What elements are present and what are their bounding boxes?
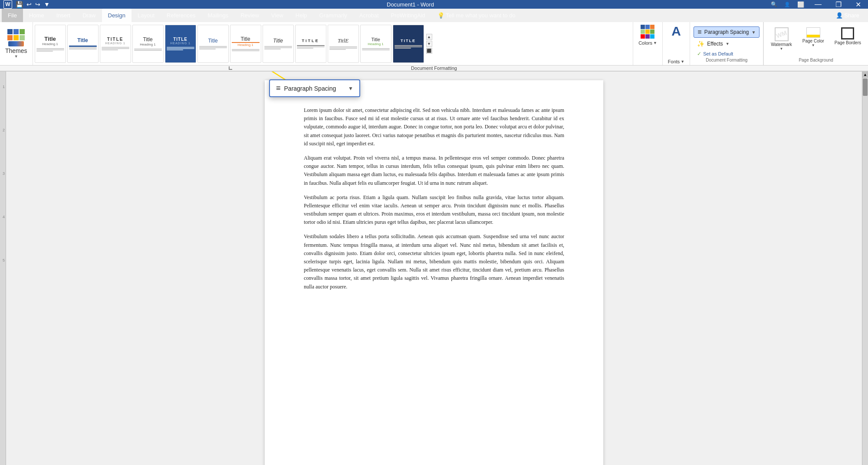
left-margin: 1 2 3 4 5 (0, 72, 6, 465)
themes-group[interactable]: Themes ▼ (0, 22, 33, 65)
tab-review[interactable]: Review (234, 9, 265, 22)
restore-down-icon[interactable]: ⬜ (797, 1, 804, 8)
set-as-default-button[interactable]: ✓ Set as Default (694, 50, 760, 58)
ribbon-content: Themes ▼ Title Heading 1 Title (0, 22, 868, 65)
tab-home[interactable]: Home (23, 9, 50, 22)
scroll-thumb[interactable] (863, 79, 868, 96)
page-borders-button[interactable]: Page Borders (831, 26, 865, 47)
right-scrollbar[interactable]: ▲ ▼ (862, 72, 868, 465)
restore-btn[interactable]: ❐ (832, 0, 845, 9)
scroll-up-arrow[interactable]: ▲ (426, 34, 432, 40)
styles-gallery: Title Heading 1 Title TITLE (33, 22, 634, 65)
style-thumb-6[interactable]: Title (197, 25, 229, 63)
tab-insert[interactable]: Insert (50, 9, 77, 22)
style-thumb-12[interactable]: TITLE (393, 25, 424, 63)
more-icon[interactable]: ▼ (44, 1, 50, 8)
watermark-button[interactable]: WM Watermark ▼ (767, 26, 796, 52)
margin-num-2: 2 (3, 128, 5, 132)
style-thumb-9[interactable]: TITLE (295, 25, 326, 63)
fonts-label-row: Fonts ▼ (668, 59, 684, 64)
title-bar: W 💾 ↩ ↪ ▼ Document1 - Word 🔍 👤 ⬜ — ❐ ✕ (0, 0, 868, 9)
tab-layout[interactable]: Layout (132, 9, 161, 22)
save-icon[interactable]: 💾 (16, 1, 23, 8)
tab-design[interactable]: Design (102, 9, 132, 22)
effects-button[interactable]: ✨ Effects ▼ (694, 39, 760, 48)
scroll-down-arrow[interactable]: ▼ (426, 41, 432, 47)
style-thumb-10[interactable]: TitlE (328, 25, 359, 63)
page-color-button[interactable]: Page Color ▼ (799, 26, 828, 49)
watermark-dropdown: ▼ (780, 47, 783, 51)
tab-tell-me[interactable]: 💡 Tell me what you want to do (431, 9, 522, 22)
paragraph-1: Lorem ipsum dolor sit amet, consectetur … (304, 106, 564, 148)
page-bg-section-label: Page Background (799, 58, 833, 63)
redo-icon[interactable]: ↪ (35, 1, 40, 8)
style-thumb-11[interactable]: Title Heading 1 (360, 25, 391, 63)
tab-grammarly[interactable]: Grammarly (313, 9, 353, 22)
themes-dropdown-icon: ▼ (14, 54, 18, 59)
tab-view[interactable]: View (265, 9, 289, 22)
paragraph-spacing-section: ≡ Paragraph Spacing ▼ ✨ Effects ▼ ✓ Set … (690, 22, 763, 65)
style-thumb-5[interactable]: TITLE HEADING 1 (165, 25, 196, 63)
doc-format-bar: Document Formatting (0, 65, 868, 71)
tab-mailings[interactable]: Mailings (202, 9, 235, 22)
paragraph-2: Aliquam erat volutpat. Proin vel viverra… (304, 154, 564, 187)
effects-icon: ✨ (697, 40, 704, 47)
page-borders-icon (841, 27, 854, 39)
tab-draw[interactable]: Draw (76, 9, 102, 22)
margin-num-5: 5 (3, 258, 5, 262)
colors-label-row: Colors ▼ (638, 40, 657, 46)
page-color-label: Page Color (802, 39, 824, 43)
popup-para-icon: ≡ (276, 84, 281, 93)
fonts-group[interactable]: A Fonts ▼ (663, 22, 690, 65)
fonts-icon: A (671, 25, 681, 38)
app-logo: W (3, 0, 12, 9)
scroll-more-arrow[interactable]: ⬛ (426, 48, 432, 54)
set-default-label: Set as Default (703, 51, 733, 56)
scroll-up[interactable]: ▲ (862, 72, 868, 78)
doc-format-section-label: Document Formatting (694, 58, 760, 63)
para-spacing-label: Paragraph Spacing (704, 29, 749, 35)
undo-icon[interactable]: ↩ (26, 1, 32, 8)
page-color-dropdown: ▼ (812, 43, 815, 47)
close-btn[interactable]: ✕ (852, 0, 865, 9)
style-thumb-8[interactable]: Title (263, 25, 294, 63)
style-thumb-2[interactable]: Title (67, 25, 99, 63)
styles-scroll-arrows: ▲ ▼ ⬛ (425, 33, 433, 55)
tab-acrobat[interactable]: Acrobat (353, 9, 385, 22)
page-color-icon (806, 27, 820, 38)
para-spacing-icon: ≡ (697, 28, 701, 36)
effects-dropdown: ▼ (726, 42, 730, 46)
main-content-area: 1 2 3 4 5 Lorem ipsum dolor sit amet, co… (0, 72, 868, 465)
margin-num-1: 1 (3, 85, 5, 89)
title-bar-left: W 💾 ↩ ↪ ▼ (3, 0, 50, 9)
paragraph-4: Vestibulum sodales libero a tellus porta… (304, 232, 564, 291)
document-page: Lorem ipsum dolor sit amet, consectetur … (265, 80, 603, 465)
tab-help[interactable]: Help (289, 9, 313, 22)
margin-num-4: 4 (3, 215, 5, 219)
page-borders-label: Page Borders (835, 40, 861, 45)
colors-group[interactable]: Colors ▼ (633, 22, 663, 65)
style-thumb-7[interactable]: Title Heading 1 (230, 25, 261, 63)
watermark-label: Watermark (771, 42, 792, 47)
tab-prowriting[interactable]: ProWritingAid (385, 9, 431, 22)
fonts-dropdown: ▼ (681, 59, 684, 64)
minimize-btn[interactable]: — (811, 0, 825, 8)
paragraph-3: Vestibulum ac porta risus. Etiam a ligul… (304, 193, 564, 227)
style-thumb-4[interactable]: Title Heading 1 (132, 25, 164, 63)
share-button[interactable]: 👤 Share (829, 12, 866, 19)
style-thumb-1[interactable]: Title Heading 1 (35, 25, 66, 63)
paragraph-spacing-button[interactable]: ≡ Paragraph Spacing ▼ (694, 26, 760, 38)
colors-label: Colors (638, 40, 652, 46)
margin-num-3: 3 (3, 171, 5, 176)
ribbon-tabs: File Home Insert Draw Design Layout Refe… (0, 9, 868, 22)
fonts-label: Fonts (668, 59, 680, 64)
themes-text-label: Themes (5, 47, 27, 54)
colors-dropdown: ▼ (653, 41, 657, 45)
style-thumb-3[interactable]: TITLE HEADING 1 (100, 25, 131, 63)
user-icon: 👤 (784, 2, 790, 7)
tab-references[interactable]: References (161, 9, 201, 22)
document-container: Lorem ipsum dolor sit amet, consectetur … (6, 72, 862, 465)
paragraph-spacing-popup[interactable]: ≡ Paragraph Spacing ▼ (269, 79, 360, 97)
page-background-section: WM Watermark ▼ Page Color ▼ Page Border (763, 22, 868, 65)
tab-file[interactable]: File (2, 9, 23, 22)
